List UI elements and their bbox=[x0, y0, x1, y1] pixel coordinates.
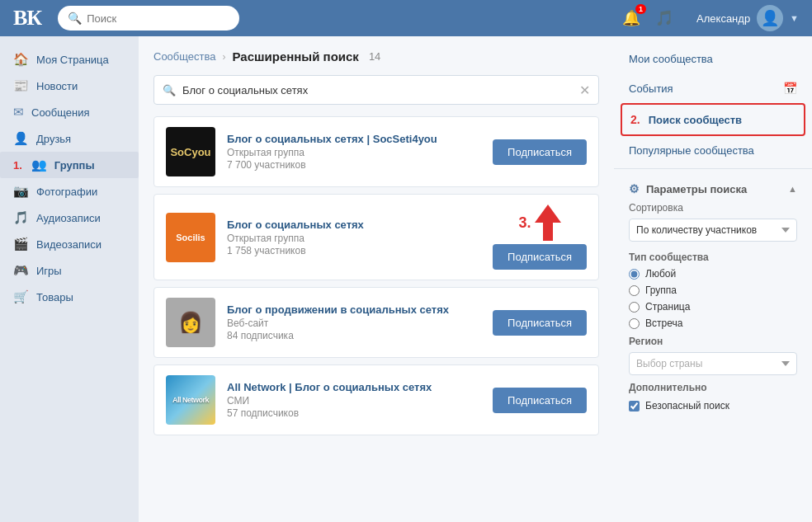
community-type-socseti4you: Открытая группа bbox=[227, 147, 481, 158]
community-search-input[interactable] bbox=[182, 84, 579, 96]
subscribe-button-socseti4you[interactable]: Подписаться bbox=[493, 139, 587, 165]
events-label: События bbox=[629, 82, 673, 95]
groups-icon: 👥 bbox=[31, 158, 47, 172]
sidebar-label-messages: Сообщения bbox=[31, 106, 90, 119]
sidebar-item-goods[interactable]: 🛒 Товары bbox=[0, 284, 139, 310]
search-communities-label: Поиск сообществ bbox=[649, 114, 742, 126]
sidebar-label-photos: Фотографии bbox=[36, 186, 97, 198]
community-item-socilis: Socilis Блог о социальных сетях Открытая… bbox=[153, 194, 599, 280]
sort-label: Сортировка bbox=[629, 202, 797, 214]
region-label: Регион bbox=[629, 336, 797, 347]
breadcrumb-separator: › bbox=[223, 51, 226, 63]
rpanel-events[interactable]: События 📅 bbox=[614, 73, 812, 103]
community-search-bar[interactable]: 🔍 ✕ bbox=[153, 75, 599, 105]
search-clear-button[interactable]: ✕ bbox=[579, 82, 590, 98]
top-search-input[interactable] bbox=[87, 12, 229, 25]
breadcrumb: Сообщества › Расширенный поиск 14 bbox=[153, 49, 599, 63]
safe-search-checkbox[interactable]: Безопасный поиск bbox=[629, 400, 797, 411]
community-item-row-2: Socilis Блог о социальных сетях Открытая… bbox=[153, 194, 599, 287]
top-search-bar[interactable]: 🔍 bbox=[58, 6, 239, 31]
type-radio-group-item[interactable]: Группа bbox=[629, 285, 797, 296]
user-menu-arrow: ▼ bbox=[790, 13, 799, 23]
type-page-label: Страница bbox=[645, 301, 690, 313]
subscribe-button-allnetwork[interactable]: Подписаться bbox=[493, 388, 587, 413]
type-group-label: Группа bbox=[645, 285, 677, 296]
rpanel-divider bbox=[614, 168, 812, 169]
community-members-socseti4you: 7 700 участников bbox=[227, 159, 481, 171]
sidebar-label-video: Видеозаписи bbox=[36, 238, 102, 251]
rpanel-my-communities[interactable]: Мои сообщества bbox=[614, 45, 812, 73]
goods-icon: 🛒 bbox=[13, 289, 29, 304]
nav-icons: 🔔 1 🎵 bbox=[622, 9, 673, 27]
params-title: ⚙ Параметры поиска ▲ bbox=[629, 182, 797, 195]
subscribe-button-socilis[interactable]: Подписаться bbox=[493, 244, 587, 270]
search-icon: 🔍 bbox=[68, 12, 82, 25]
type-section: Тип сообщества Любой Группа Страница bbox=[629, 252, 797, 329]
community-avatar-socilis: Socilis bbox=[166, 213, 215, 262]
messages-icon: ✉ bbox=[13, 105, 24, 120]
sidebar-item-news[interactable]: 📰 Новости bbox=[0, 73, 139, 99]
top-navigation: ВК 🔍 🔔 1 🎵 Александр 👤 ▼ bbox=[0, 0, 812, 36]
params-label: Параметры поиска bbox=[646, 183, 747, 195]
page-layout: 🏠 Моя Страница 📰 Новости ✉ Сообщения 👤 Д… bbox=[0, 36, 812, 522]
community-item-row-1: SoCyou Блог о социальных сетях | SocSeti… bbox=[153, 116, 599, 194]
type-radio-page[interactable]: Страница bbox=[629, 301, 797, 313]
subscribe-button-blogprod[interactable]: Подписаться bbox=[493, 310, 587, 336]
music-icon[interactable]: 🎵 bbox=[655, 9, 673, 27]
sidebar-item-video[interactable]: 🎬 Видеозаписи bbox=[0, 231, 139, 257]
sort-select[interactable]: По количеству участников По дате создани… bbox=[629, 219, 797, 242]
rpanel-search[interactable]: 2. Поиск сообществ bbox=[621, 103, 805, 136]
popular-communities-label: Популярные сообщества bbox=[629, 144, 754, 157]
country-select[interactable]: Выбор страны bbox=[629, 352, 797, 375]
user-menu[interactable]: Александр 👤 ▼ bbox=[696, 5, 799, 31]
community-info-socilis: Блог о социальных сетях Открытая группа … bbox=[227, 219, 481, 256]
extra-section: Дополнительно Безопасный поиск bbox=[629, 382, 797, 411]
sidebar-item-audio[interactable]: 🎵 Аудиозаписи bbox=[0, 205, 139, 231]
rpanel-params-section: ⚙ Параметры поиска ▲ Сортировка По колич… bbox=[614, 172, 812, 415]
community-item-allnetwork: All Network All Network | Блог о социаль… bbox=[153, 364, 599, 435]
audio-icon: 🎵 bbox=[13, 210, 29, 225]
type-radio-any[interactable]: Любой bbox=[629, 268, 797, 280]
video-icon: 🎬 bbox=[13, 237, 29, 252]
breadcrumb-count: 14 bbox=[369, 50, 380, 63]
community-name-socilis[interactable]: Блог о социальных сетях bbox=[227, 219, 481, 231]
annotation-3-label: 3. bbox=[519, 214, 531, 232]
sidebar-item-groups[interactable]: 1. 👥 Группы bbox=[0, 152, 139, 178]
vk-logo[interactable]: ВК bbox=[13, 6, 41, 31]
username-label: Александр bbox=[696, 12, 750, 25]
right-panel: Мои сообщества События 📅 2. Поиск сообще… bbox=[614, 36, 812, 522]
community-item-socseti4you: SoCyou Блог о социальных сетях | SocSeti… bbox=[153, 116, 599, 187]
sidebar: 🏠 Моя Страница 📰 Новости ✉ Сообщения 👤 Д… bbox=[0, 36, 139, 522]
extra-label: Дополнительно bbox=[629, 382, 797, 393]
community-type-allnetwork: СМИ bbox=[227, 395, 481, 407]
params-collapse-icon[interactable]: ▲ bbox=[788, 184, 797, 194]
community-info-allnetwork: All Network | Блог о социальных сетях СМ… bbox=[227, 381, 481, 419]
svg-marker-0 bbox=[535, 205, 561, 241]
photos-icon: 📷 bbox=[13, 184, 29, 199]
sidebar-item-games[interactable]: 🎮 Игры bbox=[0, 257, 139, 284]
community-type-blogprod: Веб-сайт bbox=[227, 317, 481, 329]
community-name-blogprod[interactable]: Блог о продвижении в социальных сетях bbox=[227, 303, 481, 316]
breadcrumb-root[interactable]: Сообщества bbox=[153, 50, 216, 63]
type-radio-event[interactable]: Встреча bbox=[629, 317, 797, 329]
community-name-allnetwork[interactable]: All Network | Блог о социальных сетях bbox=[227, 381, 481, 393]
annotation-1: 1. bbox=[13, 159, 22, 172]
sidebar-item-my-page[interactable]: 🏠 Моя Страница bbox=[0, 46, 139, 73]
community-avatar-blogprod: 👩 bbox=[166, 298, 215, 347]
events-icon: 📅 bbox=[783, 82, 797, 95]
sidebar-label-goods: Товары bbox=[36, 291, 73, 303]
community-info-blogprod: Блог о продвижении в социальных сетях Ве… bbox=[227, 303, 481, 341]
sidebar-item-photos[interactable]: 📷 Фотографии bbox=[0, 178, 139, 205]
notifications-icon[interactable]: 🔔 1 bbox=[622, 9, 640, 27]
community-name-socseti4you[interactable]: Блог о социальных сетях | SocSeti4you bbox=[227, 133, 481, 145]
type-label: Тип сообщества bbox=[629, 252, 797, 263]
rpanel-popular[interactable]: Популярные сообщества bbox=[614, 136, 812, 165]
sidebar-item-messages[interactable]: ✉ Сообщения bbox=[0, 99, 139, 125]
community-members-blogprod: 84 подписчика bbox=[227, 330, 481, 341]
notification-badge: 1 bbox=[635, 4, 646, 14]
search-bar-icon: 🔍 bbox=[163, 84, 176, 96]
type-radio-group: Любой Группа Страница Встреча bbox=[629, 268, 797, 329]
breadcrumb-current: Расширенный поиск bbox=[233, 49, 359, 63]
sidebar-item-friends[interactable]: 👤 Друзья bbox=[0, 125, 139, 152]
sidebar-label-my-page: Моя Страница bbox=[36, 54, 109, 66]
